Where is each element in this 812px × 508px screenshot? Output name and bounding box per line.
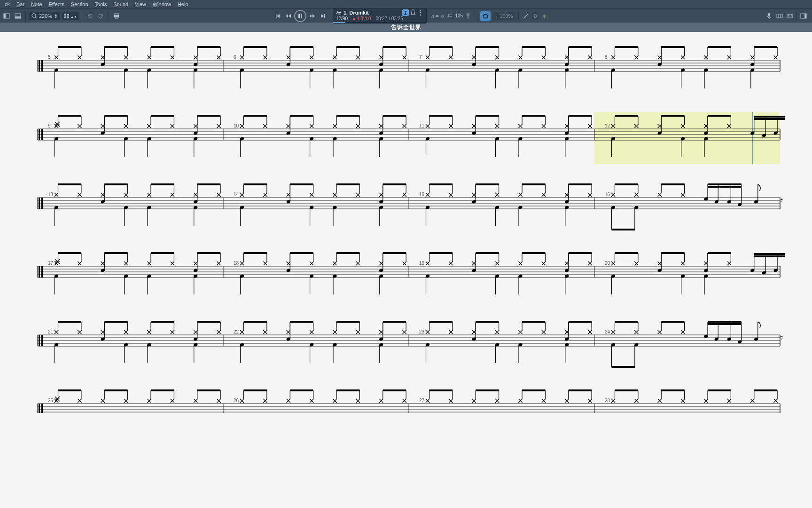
svg-rect-15 bbox=[301, 14, 302, 18]
panel-right-button[interactable] bbox=[799, 11, 808, 21]
menu-effects[interactable]: Effects bbox=[46, 1, 67, 7]
time-position: 00:27 / 03:25 bbox=[375, 16, 403, 21]
svg-rect-7 bbox=[67, 14, 69, 16]
svg-rect-723 bbox=[39, 335, 40, 346]
svg-rect-16 bbox=[324, 14, 325, 18]
play-pause-button[interactable] bbox=[294, 10, 306, 22]
svg-rect-36 bbox=[41, 60, 43, 71]
staff-line[interactable]: 13141516𝄾 bbox=[19, 179, 793, 234]
svg-line-5 bbox=[35, 17, 37, 18]
svg-text:𝄾: 𝄾 bbox=[781, 336, 783, 340]
panel-left-button[interactable] bbox=[2, 11, 11, 21]
svg-rect-8 bbox=[64, 16, 66, 18]
zoom-value: 220% bbox=[39, 13, 52, 19]
zoom-icon bbox=[31, 13, 37, 19]
add-button[interactable]: + bbox=[540, 12, 549, 20]
svg-rect-10 bbox=[115, 14, 118, 15]
staff-line[interactable]: 17181920 bbox=[19, 247, 793, 303]
staff-line[interactable]: 25262728 bbox=[19, 385, 793, 413]
drum-icon bbox=[336, 10, 342, 16]
svg-rect-13 bbox=[276, 14, 277, 18]
menu-window[interactable]: Window bbox=[150, 1, 174, 7]
fretboard-button[interactable] bbox=[775, 11, 784, 21]
track-name: 1. Drumkit bbox=[344, 10, 369, 16]
mic-button[interactable] bbox=[765, 11, 774, 21]
svg-rect-383 bbox=[39, 198, 40, 209]
svg-rect-1 bbox=[4, 14, 6, 18]
beat-position: ● 4.0:4.0 bbox=[352, 16, 371, 21]
edit-mode-button[interactable] bbox=[522, 12, 530, 20]
svg-rect-384 bbox=[41, 198, 43, 209]
rewind-button[interactable] bbox=[284, 11, 293, 21]
tempo-equation: ♫ = ♫ bbox=[430, 13, 444, 19]
staff-svg bbox=[19, 247, 785, 304]
metronome-icon[interactable] bbox=[411, 9, 415, 16]
menu-note[interactable]: Note bbox=[28, 1, 45, 7]
svg-rect-887 bbox=[39, 404, 40, 413]
increment-value: 0 bbox=[534, 13, 537, 19]
svg-rect-12 bbox=[115, 17, 118, 18]
staff-line[interactable]: 5678 bbox=[19, 41, 793, 97]
svg-line-18 bbox=[337, 11, 339, 13]
menu-section[interactable]: Section bbox=[68, 1, 91, 7]
keyboard-button[interactable] bbox=[785, 11, 795, 21]
increment-control[interactable]: 0 bbox=[532, 12, 539, 20]
layout-mode-button[interactable]: ▲▼ bbox=[62, 12, 79, 20]
track-info-panel[interactable]: 1. Drumkit ⋮ 12/90 ● 4.0:4.0 00:27 / 03:… bbox=[333, 8, 427, 24]
menubar: ck Bar Note Effects Section Tools Sound … bbox=[0, 0, 812, 8]
svg-rect-6 bbox=[64, 14, 66, 16]
zoom-control[interactable]: 220% ▲▼ bbox=[29, 12, 60, 20]
svg-rect-724 bbox=[41, 335, 43, 346]
svg-rect-9 bbox=[67, 16, 69, 18]
bar-position: 12/90 bbox=[336, 16, 348, 21]
menu-sound[interactable]: Sound bbox=[110, 1, 131, 7]
go-end-button[interactable] bbox=[318, 11, 327, 21]
score-area[interactable]: 5678910111213141516𝄾1718192021222324𝄾252… bbox=[0, 32, 812, 508]
song-title: 告诉全世界 bbox=[391, 24, 422, 32]
menu-help[interactable]: Help bbox=[175, 1, 191, 7]
menu-bar[interactable]: Bar bbox=[14, 1, 27, 7]
staff-svg: 𝄾 bbox=[19, 179, 785, 235]
staff-line[interactable]: 9101112 bbox=[19, 110, 793, 166]
svg-rect-21 bbox=[777, 14, 782, 18]
speed-note-icon: ♩ bbox=[495, 13, 498, 19]
svg-rect-547 bbox=[39, 266, 40, 278]
staff-svg: 𝄾 bbox=[19, 316, 785, 373]
svg-point-4 bbox=[32, 14, 36, 17]
tempo-note-icon: ♩= bbox=[447, 13, 452, 19]
svg-rect-14 bbox=[298, 14, 300, 18]
speed-control[interactable]: ♩ 100% bbox=[492, 12, 515, 20]
tempo-value: 105 bbox=[455, 13, 463, 18]
tuning-fork-icon[interactable] bbox=[464, 12, 472, 20]
tempo-display[interactable]: ♫ = ♫ ♩= 105 bbox=[430, 13, 463, 19]
staff-line[interactable]: 21222324𝄾 bbox=[19, 316, 793, 372]
staff-svg bbox=[19, 41, 785, 98]
staff-svg bbox=[19, 110, 785, 167]
undo-button[interactable] bbox=[85, 11, 94, 21]
forward-button[interactable] bbox=[307, 11, 317, 21]
menu-view[interactable]: View bbox=[132, 1, 149, 7]
redo-button[interactable] bbox=[96, 11, 106, 21]
svg-text:𝄾: 𝄾 bbox=[781, 198, 783, 202]
svg-rect-548 bbox=[41, 266, 43, 278]
menu-tools[interactable]: Tools bbox=[92, 1, 110, 7]
menu-track[interactable]: ck bbox=[2, 1, 13, 7]
svg-rect-207 bbox=[39, 129, 40, 140]
toolbar: 220% ▲▼ ▲▼ 1. Drumkit ⋮ 12/90 ● 4.0:4.0 … bbox=[0, 8, 812, 23]
print-button[interactable] bbox=[112, 11, 121, 21]
loop-button[interactable] bbox=[480, 11, 491, 21]
speed-value: 100% bbox=[500, 13, 513, 19]
transport-controls bbox=[273, 10, 327, 22]
svg-rect-208 bbox=[41, 129, 43, 140]
svg-rect-3 bbox=[15, 16, 21, 18]
svg-rect-888 bbox=[41, 404, 43, 413]
svg-rect-20 bbox=[768, 13, 770, 16]
track-options-icon[interactable]: ⋮ bbox=[417, 10, 423, 15]
go-start-button[interactable] bbox=[273, 11, 283, 21]
song-title-bar: 告诉全世界 bbox=[0, 23, 812, 32]
zoom-spinner[interactable]: ▲▼ bbox=[54, 14, 57, 18]
svg-rect-29 bbox=[804, 14, 806, 18]
countdown-icon[interactable] bbox=[402, 9, 409, 16]
svg-rect-35 bbox=[39, 60, 40, 71]
panel-bottom-button[interactable] bbox=[13, 11, 23, 21]
